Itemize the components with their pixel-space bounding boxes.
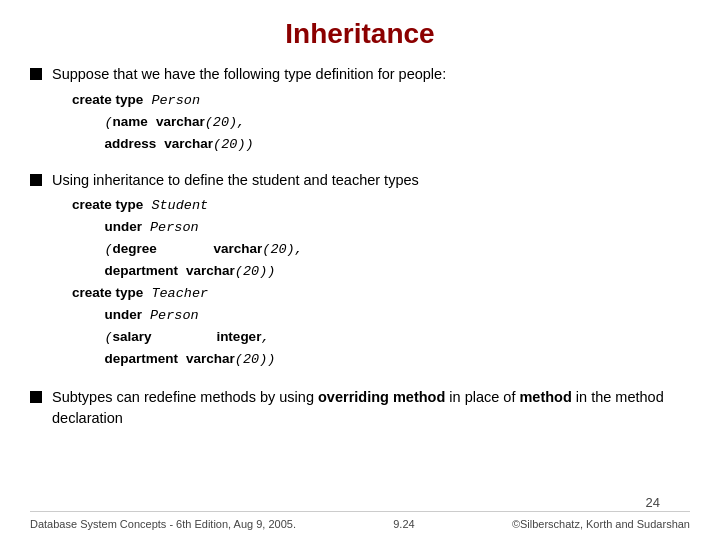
code-create-type-student: create type Student under Person (degree… (72, 198, 303, 279)
code-create-type-teacher: create type Teacher under Person (salary… (72, 286, 275, 367)
bullet3-text-middle: in place of (445, 389, 519, 405)
bullet-item-1: Suppose that we have the following type … (30, 64, 690, 156)
bullet1-text: Suppose that we have the following type … (52, 66, 446, 82)
slide-title: Inheritance (30, 18, 690, 50)
bullet-text-3: Subtypes can redefine methods by using o… (52, 387, 690, 431)
bullet2-text: Using inheritance to define the student … (52, 172, 419, 188)
page-number: 24 (646, 495, 660, 510)
bullet-square-3 (30, 391, 42, 403)
bullet3-text-before: Subtypes can redefine methods by using (52, 389, 318, 405)
bullet-item-3: Subtypes can redefine methods by using o… (30, 387, 690, 431)
bullet-text-2: Using inheritance to define the student … (52, 170, 419, 371)
code-block-student-teacher: create type Student under Person (degree… (72, 195, 419, 370)
footer-left: Database System Concepts - 6th Edition, … (30, 518, 296, 530)
footer-center: 9.24 (393, 518, 414, 530)
bullet-square-2 (30, 174, 42, 186)
slide: Inheritance Suppose that we have the fol… (0, 0, 720, 540)
bullet-item-2: Using inheritance to define the student … (30, 170, 690, 371)
bullet3-bold-overriding: overriding method (318, 389, 445, 405)
code-block-person: create type Person (name varchar(20), ad… (72, 90, 446, 156)
bullet-text-1: Suppose that we have the following type … (52, 64, 446, 156)
bullet3-bold-method: method (519, 389, 571, 405)
footer-right: ©Silberschatz, Korth and Sudarshan (512, 518, 690, 530)
content-area: Suppose that we have the following type … (30, 64, 690, 511)
bullet-square-1 (30, 68, 42, 80)
footer: Database System Concepts - 6th Edition, … (30, 511, 690, 530)
code-create-type-person: create type Person (name varchar(20), ad… (72, 93, 254, 152)
